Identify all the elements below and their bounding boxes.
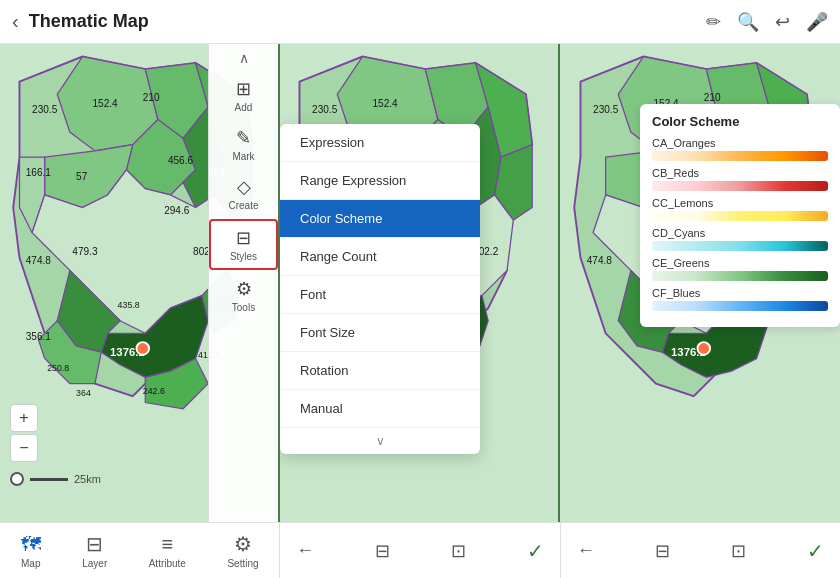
cs-name-blues: CF_Blues (652, 287, 828, 299)
dropdown-item-rotation[interactable]: Rotation (280, 352, 480, 390)
nav-setting[interactable]: ⚙ Setting (219, 528, 266, 573)
cs-item-oranges[interactable]: CA_Oranges (652, 137, 828, 161)
cs-item-blues[interactable]: CF_Blues (652, 287, 828, 311)
cs-bar-oranges (652, 151, 828, 161)
back-icon-2[interactable]: ← (296, 540, 314, 561)
svg-text:242.6: 242.6 (143, 386, 165, 396)
panel-map-toolbar: 230.5 152.4 210 166.1 57 456.6 653 294.6… (0, 44, 280, 522)
cs-item-greens[interactable]: CE_Greens (652, 257, 828, 281)
dropdown-item-color-scheme[interactable]: Color Scheme (280, 200, 480, 238)
toolbar-chevron-up[interactable]: ∧ (239, 50, 249, 66)
dropdown-item-manual[interactable]: Manual (280, 390, 480, 428)
dropdown-item-font-size[interactable]: Font Size (280, 314, 480, 352)
map-background-2: 230.5 152.4 474.8 479.3 1376.1 802.2 Exp… (280, 44, 558, 522)
bottom-actions-2: ← ⊟ ⊡ ✓ (280, 539, 559, 563)
layer-label: Layer (82, 558, 107, 569)
svg-text:364: 364 (76, 388, 91, 398)
dropdown-chevron-down-icon: ∨ (280, 428, 480, 454)
dropdown-item-range-count[interactable]: Range Count (280, 238, 480, 276)
cs-bar-reds (652, 181, 828, 191)
toolbar: ∧ ⊞ Add ✎ Mark ◇ Create ⊟ S (208, 44, 278, 522)
panels: 230.5 152.4 210 166.1 57 456.6 653 294.6… (0, 44, 840, 522)
svg-text:166.1: 166.1 (26, 167, 52, 178)
svg-text:479.3: 479.3 (72, 246, 98, 257)
cs-bar-greens (652, 271, 828, 281)
nav-layer[interactable]: ⊟ Layer (74, 528, 115, 573)
scale-dot (10, 472, 24, 486)
filter-icon-2[interactable]: ⊟ (375, 540, 390, 562)
cs-name-greens: CE_Greens (652, 257, 828, 269)
map-icon: 🗺 (21, 533, 41, 556)
export-icon-3[interactable]: ⊡ (731, 540, 746, 562)
attribute-label: Attribute (149, 558, 186, 569)
filter-icon-3[interactable]: ⊟ (655, 540, 670, 562)
map-background-1: 230.5 152.4 210 166.1 57 456.6 653 294.6… (0, 44, 278, 522)
svg-text:356.1: 356.1 (26, 331, 52, 342)
svg-text:57: 57 (76, 171, 88, 182)
map-background-3: 230.5 152.4 210 474.8 802.2 1376.1 Color… (560, 44, 840, 522)
dropdown-item-font[interactable]: Font (280, 276, 480, 314)
svg-text:210: 210 (704, 92, 721, 103)
color-scheme-panel: Color Scheme CA_Oranges CB_Reds CC_Lemon… (640, 104, 840, 327)
toolbar-item-tools[interactable]: ⚙ Tools (209, 272, 278, 319)
toolbar-item-styles[interactable]: ⊟ Styles (209, 219, 278, 270)
bottom-nav-panel-1: 🗺 Map ⊟ Layer ≡ Attribute ⚙ Setting (0, 523, 280, 578)
setting-label: Setting (227, 558, 258, 569)
styles-label: Styles (230, 251, 257, 262)
color-scheme-title: Color Scheme (652, 114, 828, 129)
mark-icon: ✎ (236, 127, 251, 149)
toolbar-item-create[interactable]: ◇ Create (209, 170, 278, 217)
svg-text:210: 210 (143, 92, 160, 103)
cs-name-cyans: CD_Cyans (652, 227, 828, 239)
cs-item-cyans[interactable]: CD_Cyans (652, 227, 828, 251)
cs-item-lemons[interactable]: CC_Lemons (652, 197, 828, 221)
page-title: Thematic Map (29, 11, 706, 32)
cs-bar-lemons (652, 211, 828, 221)
svg-text:230.5: 230.5 (312, 104, 338, 115)
tools-icon: ⚙ (236, 278, 252, 300)
svg-text:250.8: 250.8 (47, 363, 69, 373)
bottom-actions-3: ← ⊟ ⊡ ✓ (561, 539, 840, 563)
confirm-icon-3[interactable]: ✓ (807, 539, 824, 563)
cs-name-reds: CB_Reds (652, 167, 828, 179)
mic-icon[interactable]: 🎤 (806, 11, 828, 33)
styles-icon: ⊟ (236, 227, 251, 249)
toolbar-item-mark[interactable]: ✎ Mark (209, 121, 278, 168)
layer-icon: ⊟ (86, 532, 103, 556)
undo-icon[interactable]: ↩ (775, 11, 790, 33)
zoom-in-button[interactable]: + (10, 404, 38, 432)
svg-point-19 (136, 342, 149, 355)
edit-icon[interactable]: ✏ (706, 11, 721, 33)
dropdown-item-expression[interactable]: Expression (280, 124, 480, 162)
cs-name-lemons: CC_Lemons (652, 197, 828, 209)
search-icon[interactable]: 🔍 (737, 11, 759, 33)
zoom-out-button[interactable]: − (10, 434, 38, 462)
cs-bar-cyans (652, 241, 828, 251)
nav-map[interactable]: 🗺 Map (13, 529, 49, 573)
add-icon: ⊞ (236, 78, 251, 100)
scale-indicator: 25km (10, 472, 101, 486)
back-icon-3[interactable]: ← (577, 540, 595, 561)
mark-label: Mark (232, 151, 254, 162)
dropdown-item-range-expression[interactable]: Range Expression (280, 162, 480, 200)
create-label: Create (228, 200, 258, 211)
bottom-nav: 🗺 Map ⊟ Layer ≡ Attribute ⚙ Setting ← ⊟ … (0, 522, 840, 578)
header-icons: ✏ 🔍 ↩ 🎤 (706, 11, 828, 33)
cs-name-oranges: CA_Oranges (652, 137, 828, 149)
create-icon: ◇ (237, 176, 251, 198)
map-label: Map (21, 558, 40, 569)
map-controls: + − (10, 404, 38, 462)
svg-text:230.5: 230.5 (593, 104, 619, 115)
back-button[interactable]: ‹ (12, 10, 19, 33)
attribute-icon: ≡ (161, 533, 173, 556)
export-icon-2[interactable]: ⊡ (451, 540, 466, 562)
svg-text:474.8: 474.8 (587, 255, 613, 266)
nav-attribute[interactable]: ≡ Attribute (141, 529, 194, 573)
cs-item-reds[interactable]: CB_Reds (652, 167, 828, 191)
scale-text: 25km (74, 473, 101, 485)
toolbar-item-add[interactable]: ⊞ Add (209, 72, 278, 119)
cs-bar-blues (652, 301, 828, 311)
svg-text:152.4: 152.4 (92, 98, 118, 109)
confirm-icon-2[interactable]: ✓ (527, 539, 544, 563)
panel-color-scheme: 230.5 152.4 210 474.8 802.2 1376.1 Color… (560, 44, 840, 522)
